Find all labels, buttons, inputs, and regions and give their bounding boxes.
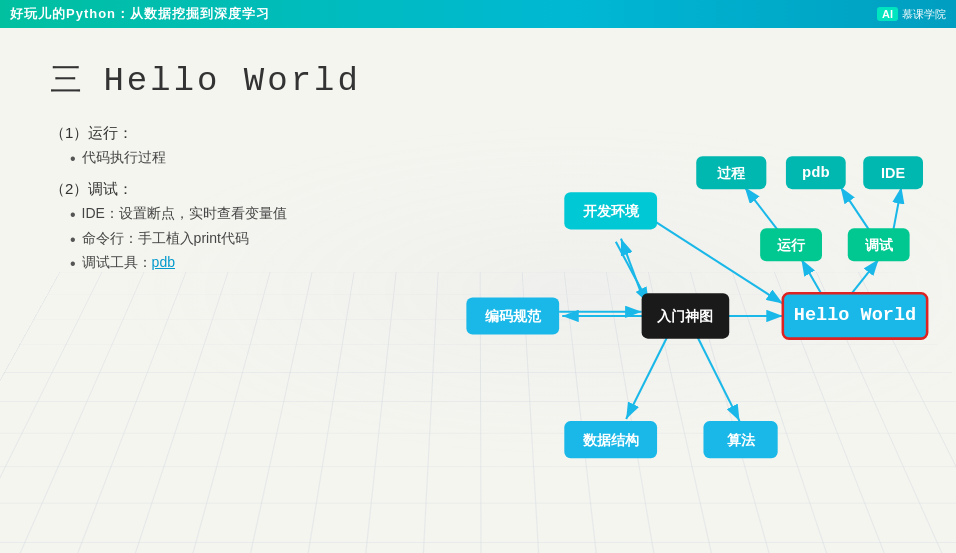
section1-label: （1）运行： (50, 124, 390, 143)
bullet-ide-text: IDE：设置断点，实时查看变量值 (82, 205, 287, 223)
pdb-link[interactable]: pdb (152, 254, 175, 270)
node-suanfa-label: 算法 (727, 432, 756, 448)
right-panel: 开发环境 编码规范 入门神图 Hello World 数据结构 算法 过程 (420, 28, 956, 553)
arrow-center-suanfa (696, 335, 739, 422)
bullet-run: 代码执行过程 (70, 149, 390, 170)
title-number: 三 (50, 61, 84, 97)
top-bar: 好玩儿的Python：从数据挖掘到深度学习 AI 慕课学院 (0, 0, 956, 28)
main-content: 三 Hello World （1）运行： 代码执行过程 （2）调试： IDE：设… (0, 28, 956, 553)
logo-area: AI 慕课学院 (877, 7, 946, 22)
bullet-pdb-text: 调试工具：pdb (82, 254, 175, 272)
ai-badge: AI (877, 7, 898, 21)
node-tiaoshi-label: 调试 (865, 237, 894, 253)
center-node-label: 入门神图 (656, 308, 713, 324)
arrow-center-shuju (626, 332, 669, 419)
node-guocheng-label: 过程 (717, 165, 746, 181)
left-panel: 三 Hello World （1）运行： 代码执行过程 （2）调试： IDE：设… (0, 28, 420, 553)
bullet-cmd: 命令行：手工植入print代码 (70, 230, 390, 251)
arrow-center-kaifa (621, 239, 645, 303)
node-ide-label: IDE (881, 165, 905, 181)
logo-text: 慕课学院 (902, 7, 946, 22)
node-bianliang-label: 编码规范 (485, 308, 542, 324)
arrow-kaifa-center (616, 242, 649, 304)
node-kaifa-label: 开发环境 (582, 203, 640, 219)
section2-label: （2）调试： (50, 180, 390, 199)
bullet-pdb: 调试工具：pdb (70, 254, 390, 275)
mind-map-diagram: 开发环境 编码规范 入门神图 Hello World 数据结构 算法 过程 (420, 38, 956, 553)
bullet-ide: IDE：设置断点，实时查看变量值 (70, 205, 390, 226)
bullet-cmd-text: 命令行：手工植入print代码 (82, 230, 249, 248)
bullet-run-text: 代码执行过程 (82, 149, 166, 167)
node-helloworld-label: Hello World (794, 305, 916, 326)
content-overlay: 三 Hello World （1）运行： 代码执行过程 （2）调试： IDE：设… (0, 28, 956, 553)
node-pdb-label: pdb (802, 164, 830, 182)
course-title: 好玩儿的Python：从数据挖掘到深度学习 (10, 5, 270, 23)
title-english: Hello World (103, 62, 360, 100)
node-yunxing-label: 运行 (777, 237, 806, 253)
node-shuju-label: 数据结构 (582, 432, 639, 448)
slide-title: 三 Hello World (50, 58, 390, 102)
